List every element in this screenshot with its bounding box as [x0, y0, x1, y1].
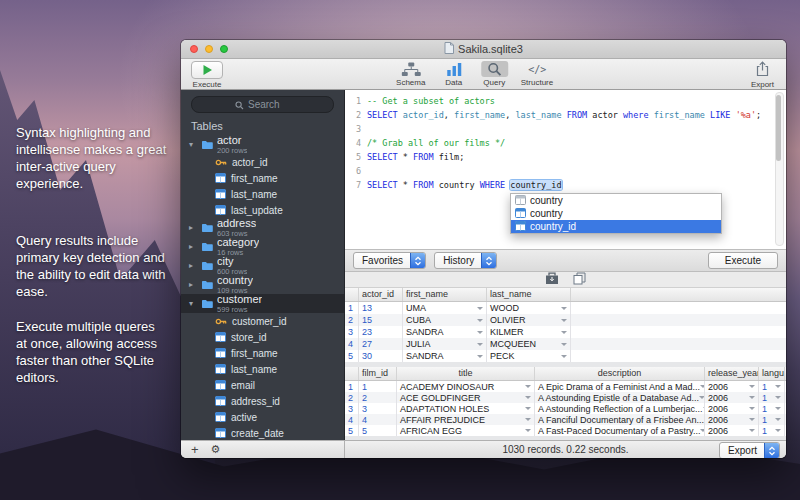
add-icon[interactable]: + — [191, 443, 199, 456]
sidebar-table-country[interactable]: ▸country109 rows — [181, 275, 344, 294]
dropdown-arrow-icon[interactable] — [775, 407, 781, 410]
sidebar-column-customer_id[interactable]: customer_id — [181, 313, 344, 329]
execute-query-button[interactable]: Execute — [708, 252, 778, 269]
execute-toolbar-label: Execute — [193, 80, 222, 89]
dropdown-arrow-icon[interactable] — [775, 385, 781, 388]
column-header-release_year[interactable]: release_year — [705, 367, 759, 380]
history-dropdown[interactable]: History — [434, 252, 497, 269]
dropdown-arrow-icon[interactable] — [477, 307, 483, 310]
sidebar-table-address[interactable]: ▸address603 rows — [181, 218, 344, 237]
sidebar-search[interactable] — [191, 96, 334, 113]
result-row[interactable]: 427JULIAMCQUEEN — [345, 338, 786, 350]
tab-structure[interactable]: </>Structure — [521, 61, 553, 87]
dropdown-arrow-icon[interactable] — [525, 396, 531, 399]
column-header-actor_id[interactable]: actor_id — [359, 288, 403, 301]
dropdown-arrow-icon[interactable] — [561, 355, 567, 358]
editor-scrollbar[interactable] — [775, 92, 784, 246]
sidebar-column-first_name[interactable]: first_name — [181, 170, 344, 186]
scrollbar-thumb[interactable] — [776, 95, 781, 161]
close-button[interactable] — [190, 45, 198, 53]
row-number-header[interactable] — [345, 367, 359, 380]
sidebar-table-actor[interactable]: ▾actor200 rows — [181, 135, 344, 154]
sidebar-table-category[interactable]: ▸category16 rows — [181, 237, 344, 256]
autocomplete-item[interactable]: country — [511, 207, 721, 220]
dropdown-arrow-icon[interactable] — [749, 418, 755, 421]
export-toolbar-button[interactable]: Export — [751, 61, 774, 89]
disclosure-triangle-icon[interactable]: ▸ — [189, 280, 197, 289]
copy-icon[interactable] — [573, 271, 586, 289]
dropdown-arrow-icon[interactable] — [477, 343, 483, 346]
sidebar-column-email[interactable]: email — [181, 377, 344, 393]
dropdown-arrow-icon[interactable] — [749, 407, 755, 410]
result-row[interactable]: 33ADAPTATION HOLESA Astounding Reflectio… — [345, 403, 786, 414]
column-header-description[interactable]: description — [535, 367, 705, 380]
result-row[interactable]: 11ACADEMY DINOSAURA Epic Drama of a Femi… — [345, 381, 786, 392]
titlebar[interactable]: Sakila.sqlite3 — [181, 40, 786, 59]
sidebar-column-last_update[interactable]: last_update — [181, 202, 344, 218]
result-row[interactable]: 215CUBAOLIVIER — [345, 314, 786, 326]
column-header-first_name[interactable]: first_name — [403, 288, 487, 301]
dropdown-arrow-icon[interactable] — [561, 343, 567, 346]
dropdown-arrow-icon[interactable] — [477, 331, 483, 334]
dropdown-arrow-icon[interactable] — [775, 418, 781, 421]
code-area[interactable]: -- Get a subset of actorsSELECT actor_id… — [367, 94, 776, 192]
dropdown-arrow-icon[interactable] — [561, 319, 567, 322]
result-row[interactable]: 55AFRICAN EGGA Fast-Paced Documentary of… — [345, 425, 786, 436]
sidebar-column-actor_id[interactable]: actor_id — [181, 154, 344, 170]
minimize-button[interactable] — [205, 45, 213, 53]
play-icon[interactable] — [191, 61, 223, 79]
dropdown-arrow-icon[interactable] — [525, 429, 531, 432]
disclosure-triangle-icon[interactable]: ▾ — [189, 140, 197, 149]
tab-data[interactable]: Data — [440, 61, 468, 87]
favorites-dropdown[interactable]: Favorites — [353, 252, 426, 269]
dropdown-arrow-icon[interactable] — [525, 407, 531, 410]
result-row[interactable]: 113UMAWOOD — [345, 302, 786, 314]
export-result-icon[interactable] — [545, 271, 559, 289]
column-header-last_name[interactable]: last_name — [487, 288, 571, 301]
dropdown-arrow-icon[interactable] — [525, 418, 531, 421]
column-header-title[interactable]: title — [397, 367, 535, 380]
dropdown-arrow-icon[interactable] — [775, 429, 781, 432]
disclosure-triangle-icon[interactable]: ▸ — [189, 242, 197, 251]
sidebar-column-last_name[interactable]: last_name — [181, 361, 344, 377]
disclosure-triangle-icon[interactable]: ▸ — [189, 223, 197, 232]
row-number-header[interactable] — [345, 288, 359, 301]
sql-editor[interactable]: 1234567 -- Get a subset of actorsSELECT … — [345, 90, 786, 250]
autocomplete-item[interactable]: country_id — [511, 220, 721, 233]
sidebar-column-store_id[interactable]: store_id — [181, 329, 344, 345]
result-row[interactable]: 22ACE GOLDFINGERA Astounding Epistle of … — [345, 392, 786, 403]
sidebar-column-active[interactable]: active — [181, 409, 344, 425]
dropdown-arrow-icon[interactable] — [525, 385, 531, 388]
line-number: 7 — [345, 178, 361, 192]
dropdown-arrow-icon[interactable] — [561, 331, 567, 334]
disclosure-triangle-icon[interactable]: ▸ — [189, 261, 197, 270]
sidebar-table-customer[interactable]: ▾customer599 rows — [181, 294, 344, 313]
sidebar-column-create_date[interactable]: create_date — [181, 425, 344, 440]
result-row[interactable]: 323SANDRAKILMER — [345, 326, 786, 338]
dropdown-arrow-icon[interactable] — [749, 385, 755, 388]
zoom-button[interactable] — [220, 45, 228, 53]
gear-icon[interactable]: ⚙ — [211, 444, 221, 455]
result-row[interactable]: 530SANDRAPECK — [345, 350, 786, 362]
export-results-button[interactable]: Export — [719, 442, 780, 458]
sidebar-column-address_id[interactable]: address_id — [181, 393, 344, 409]
dropdown-arrow-icon[interactable] — [775, 396, 781, 399]
execute-toolbar-button[interactable]: Execute — [191, 61, 223, 89]
sidebar-table-city[interactable]: ▸city600 rows — [181, 256, 344, 275]
column-header-langu[interactable]: langu — [759, 367, 785, 380]
sidebar-column-last_name[interactable]: last_name — [181, 186, 344, 202]
dropdown-arrow-icon[interactable] — [749, 396, 755, 399]
dropdown-arrow-icon[interactable] — [749, 429, 755, 432]
autocomplete-item[interactable]: country — [511, 194, 721, 207]
dropdown-arrow-icon[interactable] — [477, 355, 483, 358]
search-input[interactable] — [248, 99, 290, 110]
tab-query[interactable]: Query — [481, 61, 508, 87]
tab-schema[interactable]: Schema — [395, 61, 427, 87]
data-cell: WOOD — [487, 302, 571, 314]
result-row[interactable]: 44AFFAIR PREJUDICEA Fanciful Documentary… — [345, 414, 786, 425]
sidebar-column-first_name[interactable]: first_name — [181, 345, 344, 361]
dropdown-arrow-icon[interactable] — [477, 319, 483, 322]
disclosure-triangle-icon[interactable]: ▾ — [189, 299, 197, 308]
dropdown-arrow-icon[interactable] — [561, 307, 567, 310]
column-header-film_id[interactable]: film_id — [359, 367, 397, 380]
